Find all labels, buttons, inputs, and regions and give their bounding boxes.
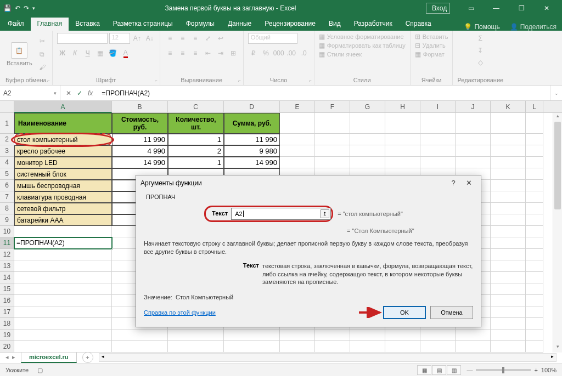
font-size-combo[interactable]: 12 (109, 33, 130, 44)
cell-empty[interactable] (491, 113, 526, 134)
zoom-in-icon[interactable]: + (534, 367, 537, 373)
login-button[interactable]: Вход (426, 3, 450, 14)
col-header-f[interactable]: F (315, 101, 350, 112)
row-header-18[interactable]: 18 (0, 318, 14, 329)
row-header-5[interactable]: 5 (0, 168, 14, 180)
sheet-tab[interactable]: microexcel.ru (21, 351, 77, 363)
italic-icon[interactable]: К (70, 48, 81, 59)
save-icon[interactable]: 💾 (3, 4, 12, 12)
cell-c3[interactable]: 2 (168, 145, 224, 157)
dialog-close-icon[interactable]: ✕ (461, 179, 476, 187)
format-painter-icon[interactable]: 🖌 (37, 62, 48, 73)
decrease-font-icon[interactable]: A↓ (144, 33, 155, 44)
delete-cells-icon[interactable]: ⊟ (415, 42, 420, 49)
cell-b2[interactable]: 11 990 (112, 134, 168, 145)
horizontal-scrollbar[interactable]: ◂▸ (99, 353, 557, 362)
col-header-h[interactable]: H (385, 101, 420, 112)
cell-empty[interactable] (385, 113, 420, 134)
increase-decimal-icon[interactable]: .00 (286, 48, 297, 59)
percent-icon[interactable]: % (261, 48, 272, 59)
tab-formulas[interactable]: Формулы (179, 18, 221, 31)
cell-a18[interactable] (14, 318, 112, 329)
tab-home[interactable]: Главная (31, 18, 69, 31)
col-header-c[interactable]: C (168, 101, 224, 112)
merge-icon[interactable]: ⊞ (228, 48, 239, 59)
sheet-nav-next-icon[interactable]: ▸ (12, 354, 15, 361)
row-header-16[interactable]: 16 (0, 295, 14, 306)
page-layout-view-icon[interactable]: ▤ (432, 365, 446, 375)
delete-cells-label[interactable]: Удалить (423, 42, 446, 49)
cell-a14[interactable] (14, 272, 112, 283)
cell-b1[interactable]: Стоимость, руб. (112, 113, 168, 134)
col-header-e[interactable]: E (280, 101, 315, 112)
tell-me-label[interactable]: Помощь (474, 23, 499, 31)
cell-d4[interactable]: 14 990 (224, 157, 280, 168)
col-header-k[interactable]: K (491, 101, 526, 112)
fill-icon[interactable]: ↧ (475, 45, 486, 56)
cell-a4[interactable]: монитор LED (14, 157, 112, 168)
cell-c2[interactable]: 1 (168, 134, 224, 145)
paste-button[interactable]: 📋 Вставить (4, 41, 35, 67)
cell-a15[interactable] (14, 283, 112, 295)
row-header-4[interactable]: 4 (0, 157, 14, 168)
font-color-icon[interactable]: A (120, 48, 131, 59)
row-header-17[interactable]: 17 (0, 306, 14, 318)
macro-record-icon[interactable]: ▢ (37, 367, 43, 374)
number-format-combo[interactable]: Общий (248, 33, 297, 44)
row-header-3[interactable]: 3 (0, 145, 14, 157)
row-header-20[interactable]: 20 (0, 341, 14, 353)
cut-icon[interactable]: ✂ (37, 36, 48, 47)
tab-page-layout[interactable]: Разметка страницы (106, 18, 179, 31)
cell-empty[interactable] (420, 113, 456, 134)
bold-icon[interactable]: Ж (57, 48, 68, 59)
cell-a16[interactable] (14, 295, 112, 306)
row-header-12[interactable]: 12 (0, 249, 14, 260)
cell-b4[interactable]: 14 990 (112, 157, 168, 168)
scroll-thumb[interactable] (554, 122, 561, 209)
sheet-nav-prev-icon[interactable]: ◂ (5, 354, 9, 361)
new-sheet-button[interactable]: + (82, 352, 93, 363)
maximize-icon[interactable]: ❐ (509, 4, 533, 12)
tab-review[interactable]: Рецензирование (258, 18, 322, 31)
fill-color-icon[interactable]: 🪣 (108, 48, 119, 59)
cell-a10[interactable] (14, 226, 112, 237)
decrease-decimal-icon[interactable]: .0 (299, 48, 310, 59)
cell-a3[interactable]: кресло рабочее (14, 145, 112, 157)
ribbon-options-icon[interactable]: ▭ (459, 4, 483, 12)
cell-a12[interactable] (14, 249, 112, 260)
align-bottom-icon[interactable]: ≡ (190, 33, 201, 44)
row-header-14[interactable]: 14 (0, 272, 14, 283)
close-icon[interactable]: ✕ (535, 4, 559, 12)
cell-b3[interactable]: 4 990 (112, 145, 168, 157)
vertical-scrollbar[interactable]: ▴ ▾ (553, 113, 562, 353)
cell-c1[interactable]: Количество, шт. (168, 113, 224, 134)
col-header-a[interactable]: A (14, 101, 112, 113)
tell-me-icon[interactable]: 💡 (464, 23, 472, 31)
name-box[interactable]: A2▾ (0, 86, 60, 100)
format-table-label[interactable]: Форматировать как таблицу (327, 42, 406, 49)
cell-a9[interactable]: батарейки AAA (14, 214, 112, 226)
dialog-help-icon[interactable]: ? (446, 179, 461, 187)
cell-empty[interactable] (280, 113, 315, 134)
cell-empty[interactable] (350, 113, 385, 134)
col-header-i[interactable]: I (420, 101, 456, 112)
tab-help[interactable]: Справка (399, 18, 438, 31)
cell-a19[interactable] (14, 329, 112, 341)
tab-data[interactable]: Данные (221, 18, 258, 31)
cell-styles-label[interactable]: Стили ячеек (327, 51, 362, 58)
comma-icon[interactable]: 000 (273, 48, 284, 59)
scroll-up-icon[interactable]: ▴ (553, 113, 562, 122)
orientation-icon[interactable]: ⤢ (203, 33, 213, 44)
cell-a13[interactable] (14, 260, 112, 272)
cell-a7[interactable]: клавиатура проводная (14, 191, 112, 203)
col-header-j[interactable]: J (456, 101, 491, 112)
zoom-out-icon[interactable]: — (467, 367, 473, 373)
align-right-icon[interactable]: ≡ (190, 48, 201, 59)
enter-formula-icon[interactable]: ✓ (77, 89, 82, 97)
row-header-6[interactable]: 6 (0, 180, 14, 191)
row-header-7[interactable]: 7 (0, 191, 14, 203)
zoom-slider[interactable] (476, 369, 531, 371)
cell-d1[interactable]: Сумма, руб. (224, 113, 280, 134)
zoom-level[interactable]: 100% (541, 367, 557, 373)
format-cells-label[interactable]: Формат (423, 51, 445, 58)
